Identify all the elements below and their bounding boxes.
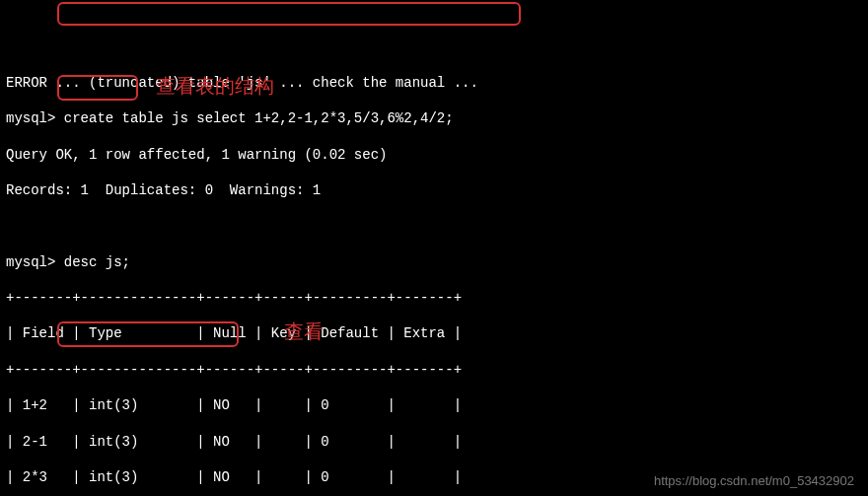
desc-sep: +-------+--------------+------+-----+---…: [6, 361, 862, 379]
prompt-line-desc[interactable]: mysql> desc js;: [6, 253, 862, 271]
table-row: | 1+2 | int(3) | NO | | 0 | |: [6, 396, 862, 414]
table-row: | 2*3 | int(3) | NO | | 0 | |: [6, 468, 862, 486]
cmd-desc: desc js;: [64, 254, 130, 270]
prompt-line-create[interactable]: mysql> create table js select 1+2,2-1,2*…: [6, 109, 862, 127]
cmd-create: create table js select 1+2,2-1,2*3,5/3,6…: [64, 110, 454, 126]
error-line: ERROR ... (truncated) table 'js' ... che…: [6, 74, 862, 92]
create-result-1: Query OK, 1 row affected, 1 warning (0.0…: [6, 146, 862, 164]
table-row: | 2-1 | int(3) | NO | | 0 | |: [6, 433, 862, 451]
highlight-create-cmd: [57, 2, 521, 26]
blank: [6, 217, 862, 235]
create-result-2: Records: 1 Duplicates: 0 Warnings: 1: [6, 181, 862, 199]
desc-sep: +-------+--------------+------+-----+---…: [6, 289, 862, 307]
desc-header: | Field | Type | Null | Key | Default | …: [6, 324, 862, 342]
